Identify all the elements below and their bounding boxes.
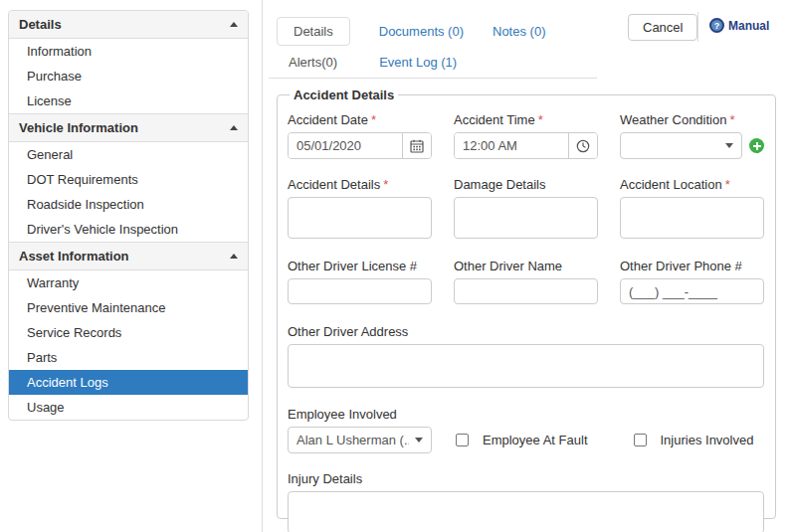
field-accident-location: Accident Location* [620,177,764,242]
injuries-involved-group: Injuries Involved [634,433,754,447]
page: Details Information Purchase License Veh… [0,0,790,532]
sidebar-section-details[interactable]: Details [9,11,248,39]
weather-condition-label: Weather Condition [620,112,726,127]
sidebar-item-purchase[interactable]: Purchase [9,64,248,89]
sidebar-section-vehicle-information[interactable]: Vehicle Information [9,113,248,142]
accident-details-label: Accident Details [288,177,380,192]
damage-details-textarea[interactable] [454,197,598,239]
collapse-up-icon [230,125,238,130]
required-marker: * [383,177,388,192]
required-marker: * [538,112,543,127]
employee-at-fault-label: Employee At Fault [483,433,588,447]
injury-details-textarea[interactable] [288,491,764,532]
tab-documents[interactable]: Documents (0) [379,18,464,45]
field-accident-details: Accident Details* [288,177,432,242]
field-accident-date: Accident Date* [288,112,432,159]
tab-details[interactable]: Details [277,17,350,46]
other-driver-name-label: Other Driver Name [454,259,598,273]
injuries-involved-label: Injuries Involved [661,433,754,447]
accident-location-textarea[interactable] [620,197,764,239]
accident-details-textarea[interactable] [288,197,432,239]
field-damage-details: Damage Details [454,177,598,242]
sidebar-item-accident-logs[interactable]: Accident Logs [9,370,248,395]
employee-at-fault-checkbox[interactable] [456,434,469,446]
main-content: Details Documents (0) Notes (0) Alerts(0… [263,0,790,532]
accident-location-label: Accident Location [620,177,722,192]
required-marker: * [725,177,730,192]
header-divider [697,12,698,42]
form-row-1: Accident Date* Accident Time* [288,112,765,159]
tab-event-log[interactable]: Event Log (1) [379,55,457,70]
tab-alerts[interactable]: Alerts(0) [289,55,337,70]
accident-time-label: Accident Time [454,112,535,127]
form-row-2: Accident Details* Damage Details Acciden… [288,177,765,242]
chevron-down-icon [415,438,423,443]
sidebar-section-label: Asset Information [19,249,129,264]
employee-involved-value: Alan L Usherman (... [296,433,409,447]
sidebar-item-usage[interactable]: Usage [9,395,248,420]
other-driver-license-label: Other Driver License # [288,259,432,273]
damage-details-label: Damage Details [454,177,598,192]
injury-details-label: Injury Details [288,471,765,486]
sidebar-item-general[interactable]: General [9,142,248,167]
accident-date-input[interactable] [289,133,402,158]
field-weather-condition: Weather Condition* [620,112,764,159]
add-weather-condition-button[interactable] [749,138,764,153]
other-driver-phone-input[interactable] [620,278,764,304]
tab-row-2: Alerts(0) Event Log (1) [269,46,597,76]
field-other-driver-phone: Other Driver Phone # [620,259,764,304]
other-driver-name-input[interactable] [454,278,598,304]
collapse-up-icon [230,22,238,27]
form-row-6: Injury Details [288,471,765,532]
other-driver-phone-label: Other Driver Phone # [620,259,764,273]
tab-row-1: Details Documents (0) Notes (0) [277,17,597,46]
sidebar-item-preventive-maintenance[interactable]: Preventive Maintenance [9,295,248,320]
field-other-driver-name: Other Driver Name [454,259,598,304]
other-driver-address-textarea[interactable] [288,344,764,388]
clock-icon[interactable] [568,133,597,158]
sidebar-item-warranty[interactable]: Warranty [9,270,248,295]
help-question-icon: ? [709,18,724,33]
sidebar-item-information[interactable]: Information [9,39,248,64]
collapse-up-icon [230,254,238,259]
employee-involved-select[interactable]: Alan L Usherman (... [288,427,432,453]
cancel-button[interactable]: Cancel [628,14,697,41]
fieldset-legend: Accident Details [290,88,398,102]
other-driver-license-input[interactable] [288,278,432,304]
other-driver-address-label: Other Driver Address [288,324,765,339]
accident-details-fieldset: Accident Details Accident Date* Accident… [277,88,776,519]
tab-notes[interactable]: Notes (0) [493,18,545,45]
accident-date-label: Accident Date [288,112,368,127]
sidebar-item-license[interactable]: License [9,89,248,113]
field-accident-time: Accident Time* [454,112,598,159]
manual-label: Manual [728,19,769,33]
employee-at-fault-group: Employee At Fault [456,433,588,447]
sidebar-item-drivers-vehicle-inspection[interactable]: Driver's Vehicle Inspection [9,217,248,242]
accident-time-input[interactable] [455,133,568,158]
required-marker: * [371,112,376,127]
sidebar-section-label: Details [19,17,62,32]
employee-involved-label: Employee Involved [288,407,765,422]
form-row-4: Other Driver Address [288,324,765,391]
calendar-icon[interactable] [402,133,431,158]
sidebar-section-label: Vehicle Information [19,120,138,135]
form-row-5: Employee Involved Alan L Usherman (... E… [288,407,765,453]
required-marker: * [729,112,734,127]
manual-link[interactable]: ? Manual [709,18,769,33]
tab-strip: Details Documents (0) Notes (0) Alerts(0… [269,0,597,79]
injuries-involved-checkbox[interactable] [634,434,647,446]
chevron-down-icon [725,143,733,148]
accident-time-group [454,132,598,159]
sidebar-section-asset-information[interactable]: Asset Information [9,242,248,270]
accident-date-group [288,132,432,159]
sidebar-item-dot-requirements[interactable]: DOT Requirements [9,167,248,192]
sidebar-item-parts[interactable]: Parts [9,345,248,370]
sidebar-item-service-records[interactable]: Service Records [9,320,248,345]
weather-condition-select[interactable] [620,132,742,159]
form-row-3: Other Driver License # Other Driver Name… [288,259,765,304]
field-other-driver-license: Other Driver License # [288,259,432,304]
sidebar-item-roadside-inspection[interactable]: Roadside Inspection [9,192,248,217]
sidebar: Details Information Purchase License Veh… [8,10,249,421]
